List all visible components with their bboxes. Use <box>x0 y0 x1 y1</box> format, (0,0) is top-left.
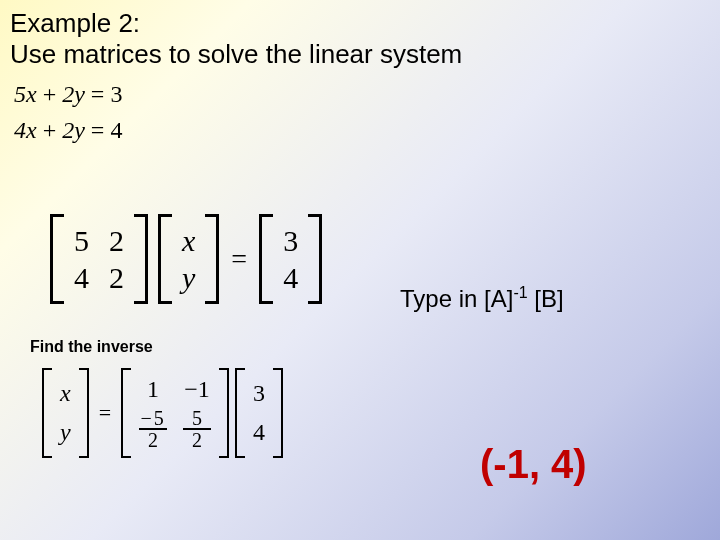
bracket-icon <box>205 214 219 304</box>
matrix-B: 3 4 <box>273 214 308 304</box>
bracket-icon <box>158 214 172 304</box>
bracket-icon <box>273 368 283 458</box>
matrix-Ainv-col1: 1 −52 <box>131 368 175 458</box>
calculator-hint: Type in [A]-1 [B] <box>400 284 564 313</box>
equation-2: 4x + 2y = 4 <box>14 112 706 148</box>
matrix-equation: 5 4 2 2 x y = 3 4 <box>50 214 322 304</box>
matrix-X: x y <box>172 214 205 304</box>
matrix-X-2: x y <box>52 368 79 458</box>
bracket-icon <box>134 214 148 304</box>
fraction: 5 2 <box>183 408 211 450</box>
bracket-icon <box>79 368 89 458</box>
solution-answer: (-1, 4) <box>480 442 587 487</box>
bracket-icon <box>219 368 229 458</box>
linear-system-equations: 5x + 2y = 3 4x + 2y = 4 <box>0 74 720 158</box>
matrix-A-col2: 2 2 <box>99 214 134 304</box>
matrix-Ainv-col2: −1 5 2 <box>175 368 219 458</box>
bracket-icon <box>121 368 131 458</box>
fraction: −52 <box>139 408 167 450</box>
slide-header: Example 2: Use matrices to solve the lin… <box>0 0 720 74</box>
bracket-icon <box>308 214 322 304</box>
inverse-matrix-equation: x y = 1 −52 −1 5 2 3 4 <box>42 368 283 458</box>
matrix-A-col1: 5 4 <box>64 214 99 304</box>
title-line-2: Use matrices to solve the linear system <box>10 39 710 70</box>
matrix-B-2: 3 4 <box>245 368 273 458</box>
equals-sign: = <box>219 243 259 275</box>
title-line-1: Example 2: <box>10 8 710 39</box>
equals-sign: = <box>89 400 121 426</box>
find-inverse-label: Find the inverse <box>30 338 153 356</box>
bracket-icon <box>42 368 52 458</box>
bracket-icon <box>259 214 273 304</box>
bracket-icon <box>235 368 245 458</box>
equation-1: 5x + 2y = 3 <box>14 76 706 112</box>
bracket-icon <box>50 214 64 304</box>
